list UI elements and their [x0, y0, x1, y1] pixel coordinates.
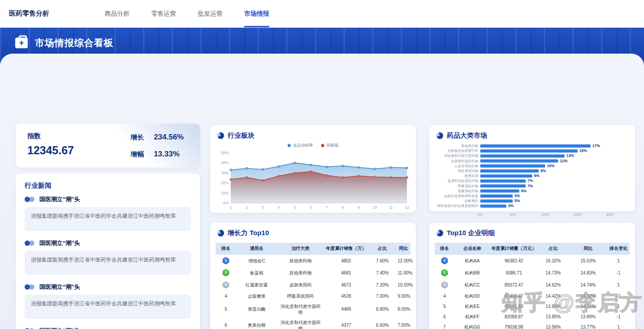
category-chart-card: 药品大类市场 其他类药物17%抗肿瘤及免疫调节剂15%消化道和代谢方面药物13%…	[429, 125, 635, 211]
growth-card-title: 增长力 Top10	[228, 229, 269, 237]
svg-text:医用溶液: 医用溶液	[465, 174, 479, 178]
table-row: 6机构FF82088.8713.85%13.89%-1	[435, 312, 630, 322]
news-item-content: 浙报集团新闻携手浙江省中医药学会共建浙江中医药潮鸣智库	[25, 295, 191, 319]
svg-text:消化道和代谢方面药物: 消化道和代谢方面药物	[444, 154, 478, 158]
svg-text:40%: 40%	[221, 160, 229, 165]
svg-text:抗肿瘤及免疫调节剂: 抗肿瘤及免疫调节剂	[448, 149, 479, 153]
svg-text:15%: 15%	[574, 212, 581, 217]
svg-text:其他类药物: 其他类药物	[461, 144, 478, 148]
table-row: 5机构EE85281.8313.88%14.11%1	[435, 301, 630, 312]
svg-text:神经系统药物: 神经系统药物	[458, 169, 478, 173]
table-row: 2板蓝根其他类药物46817.40%11.00%	[216, 267, 411, 279]
dashboard-page: 医药零售分析 商品分析零售运营批发运营市场情报 市场情报综合看板 指数 1234…	[0, 0, 644, 329]
svg-text:30%: 30%	[221, 171, 229, 175]
svg-text:2: 2	[246, 205, 248, 210]
news-item-content: 浙报集团新闻携手浙江省中医药学会共建浙江中医药潮鸣智库	[25, 207, 191, 231]
nav-tab-1[interactable]: 零售运营	[140, 0, 187, 27]
pie-chart-icon	[217, 230, 224, 236]
content-panel: 指数 12345.67 增长 234.56% 增幅 13.33% 行业新闻	[0, 54, 644, 329]
industry-news-card: 行业新闻 国医潮立“潮”头浙报集团新闻携手浙江省中医药学会共建浙江中医药潮鸣智库…	[16, 173, 200, 329]
rank-medal-icon: 1	[441, 257, 449, 265]
svg-text:6: 6	[310, 205, 312, 210]
table-row: 3机构CC89372.4714.62%14.74%1	[435, 279, 630, 291]
app-brand: 医药零售分析	[9, 9, 49, 18]
sector-chart-card: 行业板块 全品动销率同期值 0%10%20%30%40%50%123456789…	[210, 125, 416, 213]
legend-item[interactable]: 同期值	[321, 143, 339, 148]
news-item[interactable]: 国医潮立“潮”头浙报集团新闻携手浙江省中医药学会共建浙江中医药潮鸣智库	[25, 327, 191, 329]
svg-text:20%: 20%	[606, 212, 614, 217]
index-value: 12345.67	[27, 144, 74, 157]
company-table: 排名企业名称年度累计销量（万元）占比同比排名变化1机构AA96382.4215.…	[435, 243, 630, 329]
svg-text:20%: 20%	[221, 181, 229, 185]
table-row: 2机构BB9386.7114.73%14.83%-1	[435, 267, 630, 279]
increase-value: 13.33%	[154, 150, 180, 159]
growth-value: 234.56%	[154, 133, 184, 142]
svg-text:12: 12	[405, 205, 409, 210]
svg-text:13%: 13%	[567, 153, 575, 158]
news-item-title: 国医潮立“潮”头	[39, 239, 80, 247]
svg-text:除性激素外的全身激素制剂: 除性激素外的全身激素制剂	[437, 204, 479, 208]
rank-medal-icon: 1	[222, 257, 230, 265]
svg-text:15%: 15%	[580, 148, 588, 153]
svg-text:17%: 17%	[593, 143, 601, 148]
news-card-title: 行业新闻	[25, 181, 191, 190]
category-chart: 其他类药物17%抗肿瘤及免疫调节剂15%消化道和代谢方面药物13%全身用抗感染药…	[429, 143, 635, 219]
svg-text:12%: 12%	[560, 159, 568, 163]
company-card-title: Top10 企业明细	[447, 229, 495, 237]
pie-chart-icon	[217, 132, 224, 139]
nav-tab-0[interactable]: 商品分析	[94, 0, 140, 27]
table-row: 5胃蛋白酶消化道和代谢方面药物44896.80%8.00%	[216, 301, 411, 317]
svg-text:10%: 10%	[541, 212, 549, 217]
svg-text:0%: 0%	[223, 201, 229, 205]
pie-chart-icon	[436, 230, 443, 236]
table-row: 7机构GG79038.9813.56%13.77%1	[435, 322, 630, 329]
rank-medal-icon: 2	[441, 269, 449, 277]
news-item-content: 浙报集团新闻携手浙江省中医药学会共建浙江中医药潮鸣智库	[25, 251, 191, 275]
rank-medal-icon: 3	[441, 281, 449, 289]
nav-tab-2[interactable]: 批发运营	[187, 0, 233, 27]
company-top10-card: Top10 企业明细 排名企业名称年度累计销量（万元）占比同比排名变化1机构AA…	[429, 223, 635, 329]
svg-text:5: 5	[294, 205, 296, 210]
news-item[interactable]: 国医潮立“潮”头浙报集团新闻携手浙江省中医药学会共建浙江中医药潮鸣智库	[25, 195, 191, 231]
svg-text:5%: 5%	[510, 212, 516, 217]
legend-marker-icon	[288, 144, 291, 147]
growth-table: 排名通用名治疗大类年度累计销售（万）占比同比1维他命C其他类药物48027.60…	[216, 243, 411, 329]
svg-text:9%: 9%	[541, 169, 547, 173]
pie-chart-icon	[436, 132, 443, 139]
category-card-title: 药品大类市场	[447, 131, 487, 140]
svg-text:10%: 10%	[221, 191, 229, 195]
nav-tabs: 商品分析零售运营批发运营市场情报	[94, 0, 280, 27]
table-row: 4止咳糖浆呼吸系统用药45287.00%9.00%	[216, 291, 411, 301]
svg-text:7%: 7%	[528, 184, 534, 188]
table-row: 1机构AA96382.4215.32%15.53%1	[435, 255, 630, 267]
svg-text:5%: 5%	[515, 198, 521, 203]
nav-tab-3[interactable]: 市场情报	[233, 0, 280, 27]
svg-text:8%: 8%	[534, 173, 540, 178]
legend-marker-icon	[321, 144, 324, 147]
news-item-title: 国医潮立“潮”头	[39, 327, 80, 329]
rank-medal-icon: 2	[222, 269, 230, 277]
news-dots-icon	[25, 284, 35, 290]
svg-text:4: 4	[278, 205, 280, 210]
svg-text:呼吸系统药物: 呼吸系统药物	[458, 184, 478, 188]
svg-text:50%: 50%	[221, 151, 229, 155]
svg-text:8: 8	[342, 205, 344, 210]
svg-text:1: 1	[230, 205, 232, 210]
svg-text:10: 10	[373, 205, 377, 210]
sector-card-title: 行业板块	[228, 131, 254, 140]
svg-text:7%: 7%	[528, 178, 534, 183]
news-item[interactable]: 国医潮立“潮”头浙报集团新闻携手浙江省中医药学会共建浙江中医药潮鸣智库	[25, 283, 191, 319]
legend-item[interactable]: 全品动销率	[288, 143, 313, 148]
rank-medal-icon: 3	[222, 281, 230, 289]
svg-text:诊断用药: 诊断用药	[465, 199, 479, 203]
page-title: 市场情报综合看板	[35, 37, 114, 49]
table-row: 6奥美拉唑消化道和代谢方面药物43776.60%7.00%	[216, 317, 411, 329]
table-header-row: 排名通用名治疗大类年度累计销售（万）占比同比	[216, 243, 411, 255]
table-row: 4机构DD87492.4714.42%14.32%-1	[435, 291, 630, 301]
table-row: 3红霉素软膏皮肤类用药46737.20%10.00%	[216, 279, 411, 291]
index-label: 指数	[27, 132, 74, 140]
index-summary-card: 指数 12345.67 增长 234.56% 增幅 13.33%	[16, 124, 200, 168]
news-item[interactable]: 国医潮立“潮”头浙报集团新闻携手浙江省中医药学会共建浙江中医药潮鸣智库	[25, 239, 191, 275]
svg-text:全身用抗感染药物: 全身用抗感染药物	[451, 159, 478, 163]
news-list: 国医潮立“潮”头浙报集团新闻携手浙江省中医药学会共建浙江中医药潮鸣智库国医潮立“…	[25, 195, 191, 329]
